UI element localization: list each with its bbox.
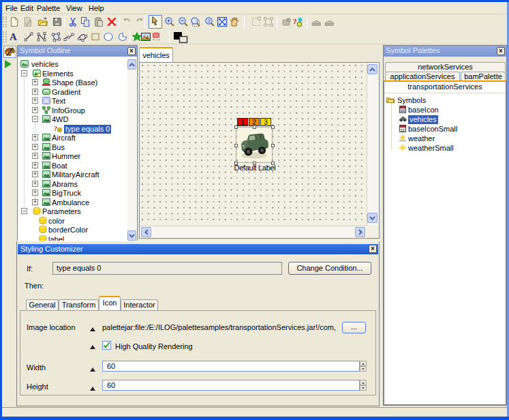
svg-text:12: 12 [401, 128, 405, 132]
svg-text:?: ? [293, 17, 297, 25]
svg-text:1: 1 [208, 18, 211, 24]
svg-text:A: A [44, 97, 48, 104]
svg-text:?: ? [54, 125, 57, 132]
